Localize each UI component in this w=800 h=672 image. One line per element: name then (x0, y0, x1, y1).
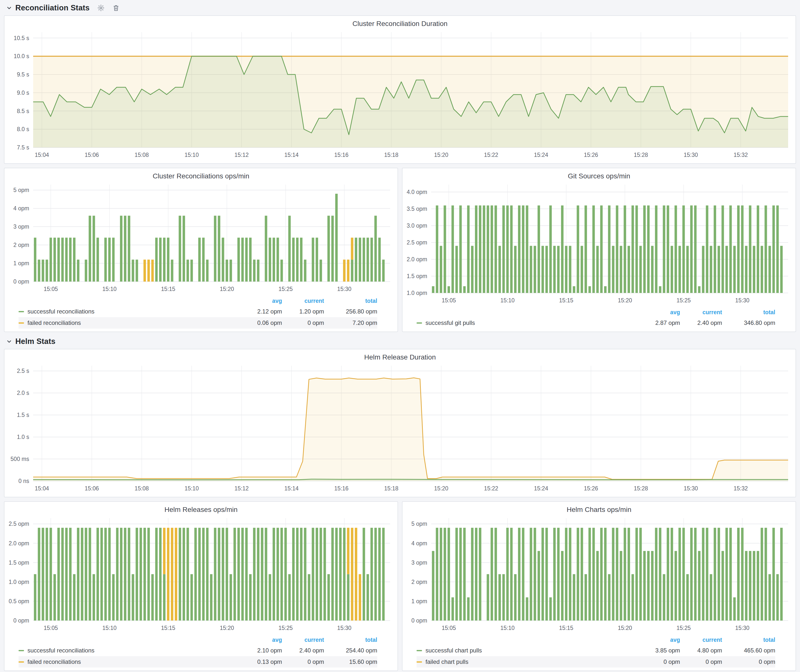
svg-text:2.5 s: 2.5 s (17, 368, 29, 374)
legend-header-avg[interactable]: avg (638, 309, 680, 316)
legend: avg current total successful reconciliat… (7, 295, 395, 329)
helm-release-duration-chart[interactable]: 0 ns500 ms1.0 s1.5 s2.0 s2.5 s15:0415:06… (7, 363, 793, 494)
panel-helm-release-duration: Helm Release Duration 0 ns500 ms1.0 s1.5… (4, 349, 796, 497)
svg-text:500 ms: 500 ms (11, 456, 29, 462)
svg-text:15:15: 15:15 (161, 286, 175, 292)
section-title[interactable]: Helm Stats (15, 337, 55, 346)
section-title[interactable]: Reconciliation Stats (15, 3, 90, 12)
legend-header-row: avg current total (19, 296, 377, 306)
svg-text:15:15: 15:15 (559, 625, 573, 631)
svg-text:2 opm: 2 opm (13, 242, 29, 248)
svg-text:2.5 opm: 2.5 opm (407, 239, 427, 246)
svg-text:1.5 s: 1.5 s (17, 412, 29, 418)
legend-row-failed: failed reconciliations 0.13 opm 0 opm 15… (19, 656, 377, 667)
chevron-down-icon[interactable] (6, 339, 12, 344)
panel-cluster-reconciliations: Cluster Reconciliations ops/min 0 opm1 o… (4, 168, 398, 332)
legend-row-failed: failed chart pulls 0 opm 0 opm 0 opm (417, 656, 775, 667)
svg-text:1.0 opm: 1.0 opm (9, 579, 29, 585)
svg-text:1.5 opm: 1.5 opm (407, 273, 427, 279)
stat-avg: 0.06 opm (240, 319, 282, 326)
stat-current: 2.40 opm (282, 647, 324, 654)
trash-icon[interactable] (112, 4, 120, 12)
series-color-dash (417, 661, 422, 662)
svg-text:15:06: 15:06 (85, 152, 99, 158)
svg-text:8.0 s: 8.0 s (17, 126, 29, 132)
svg-text:15:24: 15:24 (534, 152, 548, 158)
stat-avg: 3.85 opm (638, 647, 680, 654)
series-label[interactable]: successful reconciliations (27, 647, 94, 654)
series-label[interactable]: failed reconciliations (27, 319, 81, 326)
svg-text:7.5 s: 7.5 s (17, 144, 29, 151)
svg-text:2.5 opm: 2.5 opm (9, 521, 29, 527)
svg-text:15:18: 15:18 (384, 152, 398, 158)
svg-text:15:08: 15:08 (134, 485, 149, 492)
legend-header-avg[interactable]: avg (638, 637, 680, 643)
panel-title[interactable]: Helm Release Duration (7, 349, 793, 363)
svg-text:4 opm: 4 opm (13, 205, 29, 211)
legend-row-successful: successful chart pulls 3.85 opm 4.80 opm… (417, 645, 775, 656)
svg-text:9.0 s: 9.0 s (17, 90, 29, 96)
svg-text:2.0 s: 2.0 s (17, 390, 29, 396)
svg-text:15:10: 15:10 (184, 152, 199, 158)
section-header-helm[interactable]: Helm Stats (4, 336, 796, 347)
panel-title[interactable]: Helm Charts ops/min (405, 502, 793, 515)
series-label[interactable]: successful reconciliations (27, 308, 94, 315)
legend-header-total[interactable]: total (324, 637, 377, 643)
legend-row-failed: failed reconciliations 0.06 opm 0 opm 7.… (19, 317, 377, 329)
svg-text:0 opm: 0 opm (13, 278, 29, 285)
stat-total: 7.20 opm (324, 319, 377, 326)
panel-title[interactable]: Git Sources ops/min (405, 168, 793, 182)
panel-title[interactable]: Helm Releases ops/min (7, 502, 395, 515)
stat-current: 0 opm (282, 319, 324, 326)
cluster-duration-chart[interactable]: 7.5 s8.0 s8.5 s9.0 s9.5 s10.0 s10.5 s15:… (7, 29, 793, 161)
gear-icon[interactable] (97, 4, 105, 12)
svg-text:8.5 s: 8.5 s (17, 108, 29, 114)
svg-text:15:05: 15:05 (442, 297, 456, 304)
stat-total: 0 opm (722, 658, 775, 665)
svg-text:15:30: 15:30 (684, 152, 698, 158)
legend-header-current[interactable]: current (680, 637, 722, 643)
legend-header-avg[interactable]: avg (240, 298, 282, 304)
svg-text:5 opm: 5 opm (411, 521, 427, 527)
stat-current: 1.20 opm (282, 308, 324, 315)
svg-text:15:10: 15:10 (102, 286, 117, 292)
stat-avg: 0.13 opm (240, 658, 282, 665)
legend-header-current[interactable]: current (282, 637, 324, 643)
series-label[interactable]: failed chart pulls (426, 658, 468, 665)
legend-header-total[interactable]: total (324, 298, 377, 304)
svg-text:15:25: 15:25 (278, 625, 293, 631)
panel-git-sources: Git Sources ops/min 1.0 opm1.5 opm2.0 op… (402, 168, 796, 332)
svg-text:15:10: 15:10 (501, 297, 515, 304)
panel-title[interactable]: Cluster Reconciliation Duration (7, 16, 793, 29)
chevron-down-icon[interactable] (6, 5, 12, 11)
svg-text:15:05: 15:05 (43, 286, 58, 292)
helm-releases-chart[interactable]: 0 opm0.5 opm1.0 opm1.5 opm2.0 opm2.5 opm… (7, 515, 395, 634)
helm-charts-chart[interactable]: 0 opm1 opm2 opm3 opm4 opm5 opm15:0515:10… (405, 515, 793, 634)
svg-text:15:30: 15:30 (337, 625, 352, 631)
svg-text:15:20: 15:20 (220, 625, 234, 631)
legend-header-row: avg current total (417, 307, 775, 317)
legend: avg current total successful git pulls 2… (405, 306, 793, 329)
panel-helm-releases: Helm Releases ops/min 0 opm0.5 opm1.0 op… (4, 501, 398, 671)
svg-text:1.5 opm: 1.5 opm (9, 559, 29, 566)
series-label[interactable]: failed reconciliations (27, 658, 81, 665)
legend-header-avg[interactable]: avg (240, 637, 282, 643)
svg-text:15:20: 15:20 (434, 485, 448, 492)
svg-text:0 opm: 0 opm (13, 617, 29, 624)
series-label[interactable]: successful chart pulls (426, 647, 482, 654)
cluster-reconciliations-chart[interactable]: 0 opm1 opm2 opm3 opm4 opm5 opm15:0515:10… (7, 182, 395, 295)
legend-header-current[interactable]: current (680, 309, 722, 316)
svg-text:3 opm: 3 opm (13, 223, 29, 230)
series-label[interactable]: successful git pulls (426, 319, 475, 326)
legend-header-total[interactable]: total (722, 309, 775, 316)
legend-header-current[interactable]: current (282, 298, 324, 304)
panel-title[interactable]: Cluster Reconciliations ops/min (7, 168, 395, 182)
svg-text:15:15: 15:15 (559, 297, 573, 304)
stat-total: 254.40 opm (324, 647, 377, 654)
svg-text:2 opm: 2 opm (411, 579, 427, 585)
section-header-reconciliation[interactable]: Reconciliation Stats (4, 2, 796, 14)
svg-text:15:06: 15:06 (85, 485, 99, 492)
git-sources-chart[interactable]: 1.0 opm1.5 opm2.0 opm2.5 opm3.0 opm3.5 o… (405, 182, 793, 306)
legend-header-total[interactable]: total (722, 637, 775, 643)
svg-text:15:25: 15:25 (677, 625, 691, 631)
